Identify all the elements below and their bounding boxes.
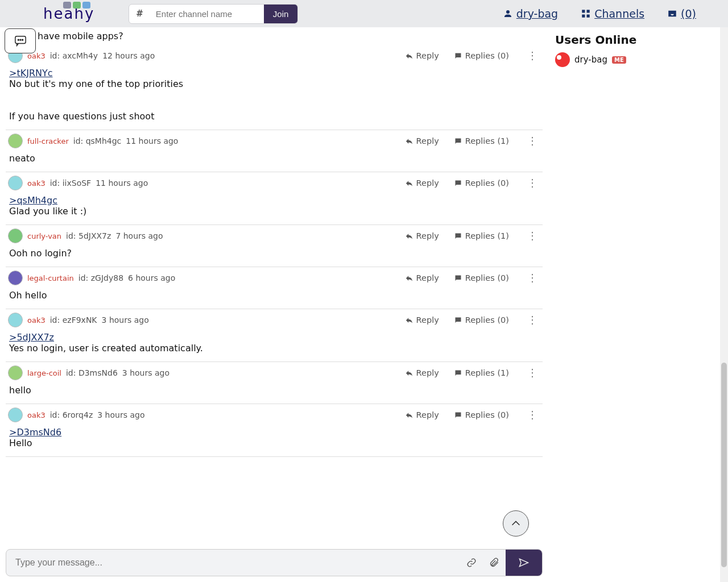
- reply-button[interactable]: Reply: [405, 136, 439, 146]
- scrollbar[interactable]: [720, 27, 728, 582]
- scroll-top-button[interactable]: [503, 510, 529, 537]
- message-id: id: 6rorq4z: [50, 410, 93, 419]
- link-icon: [466, 558, 477, 568]
- reply-icon: [405, 179, 413, 188]
- message: legal-curtainid: zGJdy886 hours agoReply…: [6, 267, 543, 309]
- reply-button[interactable]: Reply: [405, 368, 439, 377]
- hash-icon: #: [129, 9, 150, 19]
- reply-button[interactable]: Reply: [405, 410, 439, 419]
- link-button[interactable]: [460, 558, 483, 568]
- message-body: >qsMh4gcGlad you like it :): [8, 190, 540, 217]
- reply-label: Reply: [416, 273, 439, 282]
- link-user[interactable]: dry-bag: [503, 7, 558, 20]
- replies-icon: [454, 232, 462, 240]
- username[interactable]: oak3: [27, 411, 46, 419]
- replies-button[interactable]: Replies (0): [454, 410, 509, 419]
- message-header: oak3id: ezF9xNK3 hours agoReplyReplies (…: [8, 313, 540, 327]
- message-input[interactable]: [6, 550, 460, 576]
- quote-link[interactable]: >qsMh4gc: [9, 195, 57, 206]
- replies-button[interactable]: Replies (0): [454, 178, 509, 188]
- message: oak3id: ezF9xNK3 hours agoReplyReplies (…: [6, 309, 543, 362]
- logo[interactable]: heahy: [43, 5, 94, 22]
- reply-button[interactable]: Reply: [405, 231, 439, 240]
- svg-rect-1: [587, 10, 590, 13]
- link-user-label: dry-bag: [516, 7, 558, 20]
- message-body: >5dJXX7zYes no login, user is created au…: [8, 327, 540, 354]
- logo-bubbles: [63, 2, 90, 9]
- link-channels-label: Channels: [594, 7, 644, 20]
- message-header: legal-curtainid: zGJdy886 hours agoReply…: [8, 271, 540, 285]
- message-body: Ooh no login?: [8, 243, 540, 259]
- quote-link[interactable]: >D3msNd6: [9, 427, 61, 438]
- username[interactable]: large-coil: [27, 369, 61, 377]
- username[interactable]: oak3: [27, 179, 46, 188]
- replies-button[interactable]: Replies (0): [454, 315, 509, 325]
- reply-label: Reply: [416, 315, 439, 325]
- more-button[interactable]: ⋮: [524, 371, 540, 375]
- more-button[interactable]: ⋮: [524, 413, 540, 417]
- message-text: neato: [9, 153, 35, 164]
- svg-rect-2: [582, 15, 585, 18]
- topbar: heahy # Join dry-bag Channels (0): [0, 0, 728, 27]
- replies-button[interactable]: Replies (1): [454, 231, 509, 240]
- timestamp: 6 hours ago: [128, 273, 175, 282]
- link-channels[interactable]: Channels: [581, 7, 644, 20]
- paperclip-icon: [489, 558, 499, 568]
- username[interactable]: curly-van: [27, 232, 61, 240]
- quote-link[interactable]: >5dJXX7z: [9, 332, 54, 343]
- message: oak3id: axcMh4y12 hours agoReplyReplies …: [6, 45, 543, 130]
- online-user[interactable]: dry-bag ME: [555, 52, 719, 67]
- replies-button[interactable]: Replies (1): [454, 368, 509, 377]
- more-button[interactable]: ⋮: [524, 234, 540, 238]
- message-header: curly-vanid: 5dJXX7z7 hours agoReplyRepl…: [8, 228, 540, 243]
- replies-button[interactable]: Replies (0): [454, 51, 509, 60]
- avatar: [8, 365, 23, 380]
- more-button[interactable]: ⋮: [524, 53, 540, 57]
- reply-label: Reply: [416, 178, 439, 188]
- username[interactable]: full-cracker: [27, 137, 69, 146]
- avatar: [555, 52, 570, 67]
- replies-label: Replies (0): [465, 51, 509, 60]
- replies-label: Replies (0): [465, 178, 509, 188]
- message-id: id: qsMh4gc: [73, 136, 122, 146]
- replies-icon: [454, 411, 462, 419]
- message-list: have mobile apps? oak3id: axcMh4y12 hour…: [2, 27, 546, 546]
- message: oak3id: iixSoSF11 hours agoReplyReplies …: [6, 172, 543, 225]
- channel-join: # Join: [129, 4, 298, 24]
- message-id: id: D3msNd6: [66, 368, 118, 377]
- avatar: [8, 134, 23, 148]
- more-button[interactable]: ⋮: [524, 276, 540, 280]
- join-button[interactable]: Join: [264, 5, 298, 23]
- reply-button[interactable]: Reply: [405, 178, 439, 188]
- scrollbar-thumb[interactable]: [721, 363, 727, 567]
- link-inbox[interactable]: (0): [667, 7, 696, 20]
- attach-button[interactable]: [483, 558, 506, 568]
- replies-label: Replies (0): [465, 315, 509, 325]
- replies-icon: [454, 137, 462, 146]
- reply-icon: [405, 411, 413, 419]
- replies-button[interactable]: Replies (1): [454, 136, 509, 146]
- username[interactable]: legal-curtain: [27, 274, 74, 282]
- online-user-name: dry-bag: [574, 55, 607, 65]
- message-body: Oh hello: [8, 285, 540, 301]
- more-button[interactable]: ⋮: [524, 139, 540, 143]
- message-id: id: iixSoSF: [50, 178, 91, 188]
- chevron-up-icon: [510, 517, 522, 530]
- username[interactable]: oak3: [27, 316, 46, 325]
- reply-icon: [405, 52, 413, 60]
- more-button[interactable]: ⋮: [524, 318, 540, 322]
- reply-button[interactable]: Reply: [405, 273, 439, 282]
- reply-label: Reply: [416, 136, 439, 146]
- channel-input[interactable]: [150, 5, 264, 23]
- reply-icon: [405, 316, 413, 325]
- send-button[interactable]: [506, 550, 542, 576]
- menu-button[interactable]: [5, 28, 36, 53]
- reply-button[interactable]: Reply: [405, 315, 439, 325]
- message-text: No but it's my one of the top priorities…: [9, 78, 183, 122]
- replies-button[interactable]: Replies (0): [454, 273, 509, 282]
- message-body: >tKJRNYcNo but it's my one of the top pr…: [8, 63, 540, 122]
- quote-link[interactable]: >tKJRNYc: [9, 68, 53, 78]
- reply-icon: [405, 232, 413, 240]
- reply-button[interactable]: Reply: [405, 51, 439, 60]
- more-button[interactable]: ⋮: [524, 181, 540, 185]
